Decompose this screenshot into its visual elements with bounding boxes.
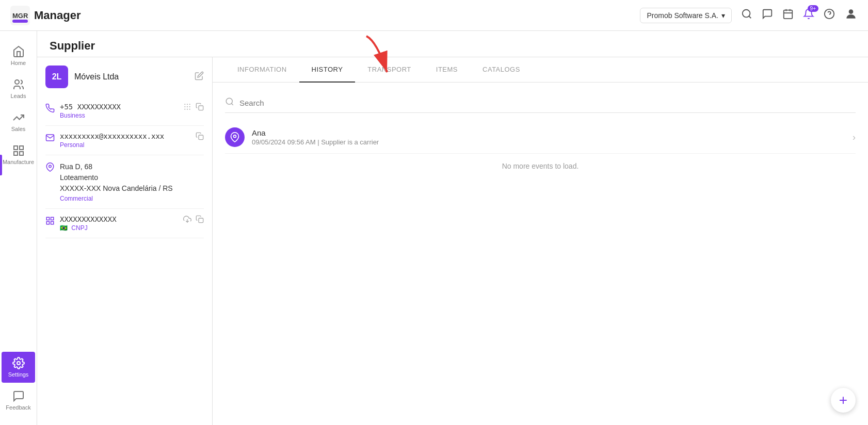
svg-rect-3: [12, 20, 28, 23]
page-header: Supplier: [37, 31, 868, 57]
contact-panel: 2L Móveis Ltda: [37, 57, 213, 425]
right-panel: INFORMATION HISTORY TRANSPORT ITEMS CATA…: [213, 57, 868, 425]
cnpj-icon: [45, 216, 55, 228]
contact-avatar: 2L: [45, 66, 68, 88]
company-selector[interactable]: Promob Software S.A. ▾: [640, 8, 732, 23]
svg-rect-6: [784, 10, 793, 19]
tab-history[interactable]: HISTORY: [299, 57, 356, 83]
cnpj-import-icon[interactable]: [183, 215, 191, 225]
tab-transport[interactable]: TRANSPORT: [355, 57, 423, 83]
svg-line-38: [231, 103, 233, 105]
svg-rect-32: [51, 217, 54, 220]
history-item-info: Ana 09/05/2024 09:56 AM | Supplier is a …: [252, 128, 845, 146]
svg-rect-34: [51, 222, 54, 224]
email-field-actions: [196, 132, 204, 142]
chevron-right-icon: ›: [853, 132, 856, 143]
svg-point-25: [184, 109, 185, 110]
sidebar-item-settings-label: Settings: [8, 371, 29, 378]
content-area: 2L Móveis Ltda: [37, 57, 868, 425]
app-header: MGR Manager Promob Software S.A. ▾: [0, 0, 868, 31]
header-left: MGR Manager: [10, 6, 81, 25]
header-right: Promob Software S.A. ▾ 9+: [640, 7, 858, 23]
svg-point-24: [189, 106, 190, 107]
main-content: Supplier 2L Móveis Ltda: [37, 31, 868, 425]
contact-cnpj-content: XXXXXXXXXXXXX 🇧🇷 CNPJ: [60, 215, 178, 232]
svg-rect-15: [20, 146, 23, 150]
company-name: Promob Software S.A.: [647, 11, 718, 20]
svg-point-27: [189, 109, 190, 110]
sidebar-item-manufacture[interactable]: Manufacture: [0, 139, 37, 170]
calendar-icon[interactable]: [782, 8, 794, 22]
phone-field-actions: [183, 103, 204, 113]
tab-information[interactable]: INFORMATION: [225, 57, 299, 83]
chat-icon[interactable]: [762, 8, 773, 22]
chevron-down-icon: ▾: [721, 11, 725, 20]
email-copy-icon[interactable]: [196, 132, 204, 142]
search-icon: [225, 97, 234, 108]
no-more-events-text: No more events to load.: [225, 162, 856, 170]
svg-point-22: [184, 106, 185, 107]
svg-rect-17: [20, 152, 23, 155]
sidebar-item-manufacture-label: Manufacture: [3, 159, 34, 165]
logo-icon: MGR: [10, 6, 30, 25]
page-title: Supplier: [50, 39, 856, 57]
logo: MGR Manager: [10, 6, 81, 25]
svg-point-19: [184, 104, 185, 105]
sidebar-item-leads[interactable]: Leads: [0, 73, 37, 104]
svg-rect-29: [199, 135, 203, 140]
phone-dialpad-icon[interactable]: [183, 103, 191, 113]
svg-point-23: [187, 106, 188, 107]
tabs-bar: INFORMATION HISTORY TRANSPORT ITEMS CATA…: [213, 57, 868, 83]
svg-point-4: [743, 10, 750, 18]
tab-catalogs[interactable]: CATALOGS: [470, 57, 533, 83]
svg-point-21: [189, 104, 190, 105]
contact-cnpj-field: XXXXXXXXXXXXX 🇧🇷 CNPJ: [45, 209, 204, 238]
contact-email-label: Personal: [60, 141, 190, 149]
phone-icon: [45, 104, 55, 116]
search-input[interactable]: [239, 99, 856, 107]
svg-point-20: [187, 104, 188, 105]
history-item-avatar: [225, 127, 245, 147]
contact-cnpj-value: XXXXXXXXXXXXX: [60, 215, 178, 223]
sidebar-item-feedback[interactable]: Feedback: [2, 385, 35, 416]
history-item[interactable]: Ana 09/05/2024 09:56 AM | Supplier is a …: [225, 121, 856, 154]
contact-address-content: Rua D, 68 Loteamento XXXXX-XXX Nova Cand…: [60, 161, 204, 202]
sidebar: Home Leads Sales Manufacture: [0, 31, 37, 425]
svg-rect-16: [14, 152, 18, 155]
cnpj-field-actions: [183, 215, 204, 225]
contact-phone-field: +55 XXXXXXXXXX Business: [45, 96, 204, 126]
cnpj-copy-icon[interactable]: [196, 215, 204, 225]
contact-address-label: Commercial: [60, 195, 204, 202]
svg-rect-14: [14, 146, 18, 150]
sidebar-item-sales[interactable]: Sales: [0, 106, 37, 137]
phone-copy-icon[interactable]: [196, 103, 204, 113]
search-icon[interactable]: [741, 8, 752, 22]
sidebar-item-settings[interactable]: Settings: [2, 352, 35, 383]
contact-address-value: Rua D, 68 Loteamento XXXXX-XXX Nova Cand…: [60, 161, 204, 194]
sidebar-item-home[interactable]: Home: [0, 40, 37, 71]
svg-point-26: [187, 109, 188, 110]
contact-phone-label: Business: [60, 112, 178, 119]
contact-email-content: xxxxxxxxx@xxxxxxxxxx.xxx Personal: [60, 132, 190, 149]
sidebar-item-home-label: Home: [11, 60, 26, 66]
tab-items[interactable]: ITEMS: [424, 57, 470, 83]
history-item-name: Ana: [252, 128, 845, 137]
edit-icon[interactable]: [195, 71, 204, 83]
svg-line-5: [749, 16, 751, 18]
contact-phone-value: +55 XXXXXXXXXX: [60, 103, 178, 111]
contact-header: 2L Móveis Ltda: [45, 66, 204, 88]
notifications-icon[interactable]: 9+: [803, 8, 814, 22]
tab-content-history: Ana 09/05/2024 09:56 AM | Supplier is a …: [213, 83, 868, 425]
contact-phone-content: +55 XXXXXXXXXX Business: [60, 103, 178, 119]
svg-point-39: [234, 135, 236, 138]
search-bar: [225, 93, 856, 113]
svg-point-13: [15, 80, 19, 84]
add-fab-button[interactable]: +: [831, 388, 856, 413]
svg-text:MGR: MGR: [12, 12, 28, 20]
svg-rect-33: [46, 222, 49, 224]
help-icon[interactable]: [824, 8, 835, 22]
svg-point-37: [226, 98, 232, 104]
user-icon[interactable]: [844, 7, 858, 23]
svg-rect-36: [199, 218, 203, 223]
app-name: Manager: [34, 9, 81, 22]
